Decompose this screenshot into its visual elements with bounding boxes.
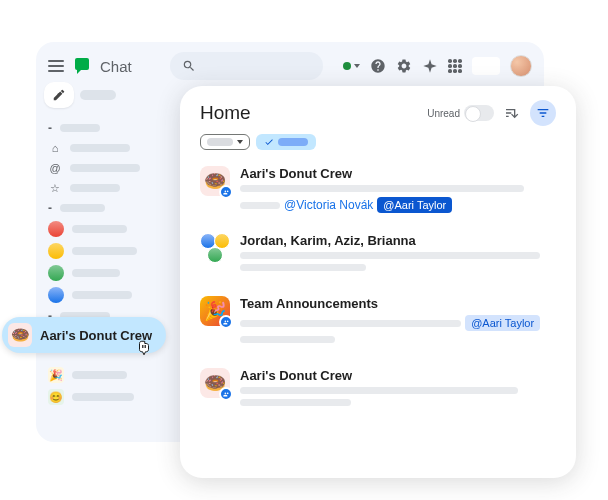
- sidebar-section-header[interactable]: -: [44, 198, 186, 218]
- unread-label: Unread: [427, 108, 460, 119]
- sidebar-item[interactable]: 🎉: [44, 364, 186, 386]
- group-avatar: [200, 233, 230, 263]
- sidebar-item[interactable]: [44, 262, 186, 284]
- check-icon: [264, 137, 274, 147]
- filter-button[interactable]: [530, 100, 556, 126]
- sidebar-item[interactable]: ⌂: [44, 138, 186, 158]
- conversation-item[interactable]: 🍩 Aari's Donut Crew @Victoria Novák @Aar…: [200, 166, 556, 213]
- mention-link[interactable]: @Victoria Novák: [284, 198, 373, 212]
- sidebar: - ⌂ @ ☆ - - 🍩 🎉 😊: [44, 82, 186, 408]
- sidebar-item[interactable]: ☆: [44, 178, 186, 198]
- compose-button[interactable]: [44, 82, 74, 108]
- search-icon: [182, 59, 196, 73]
- space-icon: 🎉: [48, 367, 64, 383]
- sidebar-item[interactable]: [44, 218, 186, 240]
- chevron-down-icon: [354, 64, 360, 68]
- sidebar-item[interactable]: [44, 284, 186, 306]
- account-chip[interactable]: [472, 57, 500, 75]
- sort-icon[interactable]: [504, 105, 520, 121]
- toggle-track: [464, 105, 494, 121]
- conversation-title: Jordan, Karim, Aziz, Brianna: [240, 233, 556, 248]
- compose-icon: [52, 88, 66, 102]
- mention-chip[interactable]: @Aari Taylor: [465, 315, 540, 331]
- conversation-list: 🍩 Aari's Donut Crew @Victoria Novák @Aar…: [200, 166, 556, 411]
- mark-chat-icon: [467, 109, 475, 117]
- sidebar-item[interactable]: @: [44, 158, 186, 178]
- space-avatar: 🍩: [200, 368, 230, 398]
- avatar-icon: [48, 265, 64, 281]
- status-dot-icon: [343, 62, 351, 70]
- cursor-icon: [135, 339, 153, 357]
- search-input[interactable]: [170, 52, 323, 80]
- header-actions: [343, 55, 532, 77]
- conversation-title: Team Announcements: [240, 296, 556, 311]
- sidebar-skeleton: [80, 90, 116, 100]
- apps-grid-icon[interactable]: [448, 59, 462, 73]
- status-indicator[interactable]: [343, 62, 360, 70]
- filter-dropdown[interactable]: [200, 134, 250, 150]
- chat-logo: [72, 56, 92, 76]
- conversation-item[interactable]: 🍩 Aari's Donut Crew: [200, 368, 556, 411]
- mention-chip[interactable]: @Aari Taylor: [377, 197, 452, 213]
- space-icon: 😊: [48, 389, 64, 405]
- space-avatar: 🍩: [200, 166, 230, 196]
- sparkle-icon[interactable]: [422, 58, 438, 74]
- space-avatar: 🎉: [200, 296, 230, 326]
- donut-icon: 🍩: [8, 323, 32, 347]
- brand-name: Chat: [100, 58, 132, 75]
- gear-icon[interactable]: [396, 58, 412, 74]
- conversation-item[interactable]: Jordan, Karim, Aziz, Brianna: [200, 233, 556, 276]
- avatar-icon: [48, 287, 64, 303]
- help-icon[interactable]: [370, 58, 386, 74]
- conversation-item[interactable]: 🎉 Team Announcements @Aari Taylor: [200, 296, 556, 348]
- space-badge-icon: [219, 315, 233, 329]
- avatar-icon: [48, 243, 64, 259]
- filter-icon: [535, 105, 551, 121]
- space-badge-icon: [219, 185, 233, 199]
- active-filter-chip[interactable]: [256, 134, 316, 150]
- space-badge-icon: [219, 387, 233, 401]
- chevron-down-icon: [237, 140, 243, 144]
- panel-title: Home: [200, 102, 251, 124]
- sidebar-item[interactable]: 😊: [44, 386, 186, 408]
- sidebar-section-header[interactable]: -: [44, 118, 186, 138]
- mention-icon: @: [48, 161, 62, 175]
- home-panel: Home Unread 🍩: [180, 86, 576, 478]
- profile-avatar[interactable]: [510, 55, 532, 77]
- sidebar-item[interactable]: [44, 240, 186, 262]
- menu-icon[interactable]: [48, 58, 64, 74]
- star-icon: ☆: [48, 181, 62, 195]
- conversation-title: Aari's Donut Crew: [240, 166, 556, 181]
- avatar-icon: [48, 221, 64, 237]
- unread-toggle[interactable]: Unread: [427, 105, 494, 121]
- conversation-title: Aari's Donut Crew: [240, 368, 556, 383]
- home-icon: ⌂: [48, 141, 62, 155]
